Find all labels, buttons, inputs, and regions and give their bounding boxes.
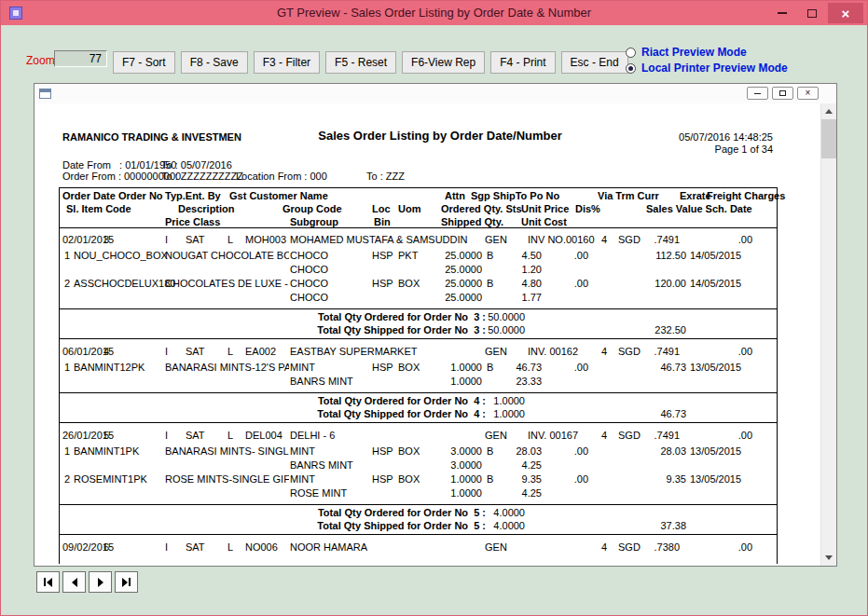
total-qty: 4.0000 (38, 507, 525, 519)
radio-selected-icon[interactable] (626, 63, 636, 74)
report-text: 9.35 (38, 473, 686, 486)
report-text: 13/05/2015 (690, 445, 741, 458)
report-rule (59, 338, 777, 339)
scroll-down-button[interactable] (821, 550, 836, 566)
report-text: .00 (38, 541, 752, 554)
column-header: Gst Customer Name (229, 190, 328, 202)
filter-location-from: Location From : 000 (236, 171, 327, 183)
close-button[interactable]: × (828, 3, 863, 23)
minimize-icon (778, 12, 787, 14)
report-text: 13/05/2015 (690, 362, 741, 374)
radio-icon[interactable] (626, 48, 636, 58)
report-rule (59, 392, 777, 393)
nav-last-button[interactable] (115, 571, 138, 593)
vertical-scrollbar[interactable] (820, 103, 836, 566)
preview-title-bar[interactable]: × (34, 84, 836, 104)
column-header: Group Code (282, 203, 342, 215)
column-header: Uom (398, 203, 420, 215)
total-sales-value: 46.73 (38, 408, 686, 420)
last-icon (122, 578, 128, 587)
last-icon (129, 578, 131, 586)
column-header: Price Class (165, 216, 220, 228)
maximize-icon (779, 90, 786, 96)
zoom-input[interactable]: 77 (54, 50, 107, 67)
f5-reset-button[interactable]: F5 - Reset (325, 51, 396, 74)
total-qty: 50.0000 (38, 311, 525, 323)
report-page: RAMANICO TRADING & INVESTMENSales Order … (38, 105, 814, 564)
report-rule (59, 308, 777, 309)
nav-first-button[interactable] (36, 571, 60, 593)
close-icon: × (842, 7, 850, 21)
preview-mode-option[interactable]: Local Printer Preview Mode (626, 61, 788, 75)
column-header: Ordered Qty. Sts (441, 203, 522, 215)
preview-window-controls: × (747, 87, 819, 100)
f4-print-button[interactable]: F4 - Print (490, 51, 555, 74)
report-rule (59, 187, 777, 188)
f3-filter-button[interactable]: F3 - Filter (254, 51, 320, 74)
report-text: 28.03 (38, 445, 686, 458)
filter-location-to: To : ZZZ (366, 171, 405, 183)
column-header: Via Trm Curr (598, 190, 659, 202)
first-icon (44, 578, 46, 586)
report-datetime: 05/07/2016 14:48:25 (38, 131, 773, 144)
scrollbar-thumb[interactable] (821, 119, 836, 158)
report-page-number: Page 1 of 34 (38, 144, 773, 156)
column-header: Shipped Qty. (441, 216, 503, 228)
previous-icon (72, 578, 77, 587)
report-text: 4.25 (38, 487, 542, 500)
column-header: Order Date Order No (62, 190, 163, 202)
total-qty: 1.0000 (38, 395, 525, 407)
report-rule (59, 534, 777, 535)
arrow-down-icon (825, 555, 833, 560)
preview-maximize-button[interactable] (772, 87, 793, 100)
maximize-button[interactable] (798, 1, 826, 25)
preview-mode-label: Riact Preview Mode (641, 46, 747, 59)
preview-mode-label: Local Printer Preview Mode (641, 62, 788, 75)
window-title: GT Preview - Sales Order Listing by Orde… (1, 6, 867, 20)
report-text: 1.20 (38, 264, 542, 276)
column-header: Sl. Item Code (66, 203, 131, 215)
column-header: Unit Price (521, 203, 569, 215)
total-sales-value: 232.50 (38, 324, 686, 336)
filter-order-to: To : ZZZZZZZZZZ (161, 171, 243, 183)
column-header: Loc (372, 203, 391, 215)
column-header: Attn (445, 190, 465, 202)
column-header: Dis% (575, 203, 600, 215)
next-icon (98, 578, 103, 587)
column-header: Typ.Ent. By (165, 190, 221, 202)
gt-preview-window: GT Preview - Sales Order Listing by Orde… (0, 0, 868, 616)
report-text: 14/05/2015 (690, 250, 741, 262)
zoom-label: Zoom (26, 54, 55, 67)
first-icon (47, 578, 52, 587)
report-text: 14/05/2015 (690, 278, 741, 290)
report-text: 112.50 (38, 250, 686, 262)
f6-view-rep-button[interactable]: F6-View Rep (402, 51, 485, 74)
report-text: .00 (38, 234, 752, 246)
column-header: Unit Cost (521, 216, 567, 228)
nav-previous-button[interactable] (62, 571, 86, 593)
report-text: 120.00 (38, 278, 686, 290)
toolbar-buttons: F7 - SortF8 - SaveF3 - FilterF5 - ResetF… (113, 51, 628, 74)
maximize-icon (807, 9, 817, 18)
column-header: Subgroup (290, 216, 338, 228)
preview-minimize-button[interactable] (747, 87, 768, 100)
scroll-up-button[interactable] (821, 103, 836, 119)
preview-close-button[interactable]: × (797, 87, 819, 100)
title-bar[interactable]: GT Preview - Sales Order Listing by Orde… (1, 1, 867, 25)
report-rule (777, 187, 778, 564)
report-rule (59, 504, 777, 505)
esc-end-button[interactable]: Esc - End (561, 51, 628, 74)
minimize-button[interactable] (768, 1, 796, 25)
report-rule (59, 422, 777, 423)
preview-window-icon (39, 89, 51, 99)
report-text: 23.33 (38, 376, 542, 388)
preview-window: × RAMANICO TRADING & INVESTMENSales Orde… (34, 83, 837, 567)
report-text: 1.77 (38, 292, 542, 304)
report-text: 13/05/2015 (690, 473, 741, 486)
preview-mode-option[interactable]: Riact Preview Mode (626, 45, 788, 60)
report-text: .00 (38, 346, 752, 358)
preview-body: RAMANICO TRADING & INVESTMENSales Order … (34, 103, 836, 566)
f8-save-button[interactable]: F8 - Save (181, 51, 248, 74)
nav-next-button[interactable] (89, 571, 112, 593)
f7-sort-button[interactable]: F7 - Sort (113, 51, 175, 74)
